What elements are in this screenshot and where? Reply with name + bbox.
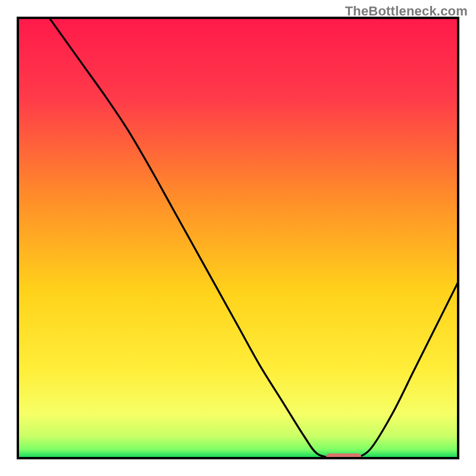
bottleneck-chart — [0, 0, 476, 476]
watermark-text: TheBottleneck.com — [345, 4, 468, 19]
plot-background — [18, 18, 458, 458]
